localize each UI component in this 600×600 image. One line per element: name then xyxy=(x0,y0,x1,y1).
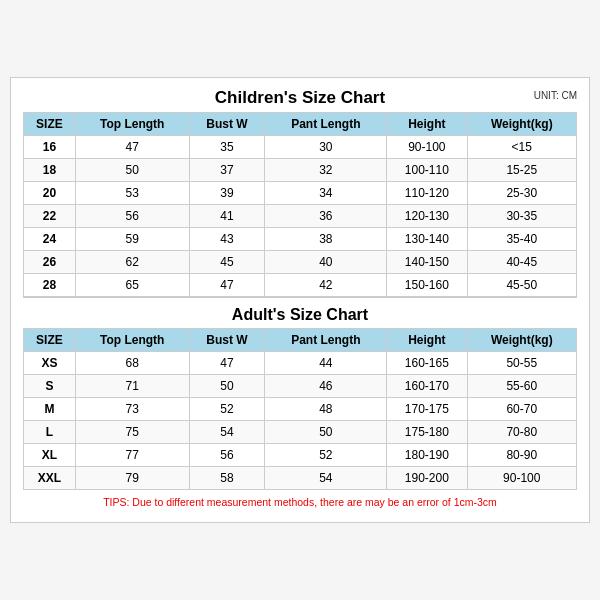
adult-cell-1-4: 160-170 xyxy=(387,375,467,398)
children-cell-6-0: 28 xyxy=(24,274,76,298)
children-cell-3-3: 36 xyxy=(265,205,387,228)
children-cell-3-0: 22 xyxy=(24,205,76,228)
adult-cell-3-3: 50 xyxy=(265,421,387,444)
adult-cell-4-2: 56 xyxy=(189,444,265,467)
children-cell-3-1: 56 xyxy=(75,205,189,228)
children-cell-0-1: 47 xyxy=(75,136,189,159)
children-cell-1-2: 37 xyxy=(189,159,265,182)
children-table-body: 1647353090-100<1518503732100-11015-25205… xyxy=(24,136,577,298)
children-col-header-1: Top Length xyxy=(75,113,189,136)
adult-table-row: M735248170-17560-70 xyxy=(24,398,577,421)
adult-chart-title: Adult's Size Chart xyxy=(24,297,577,329)
children-cell-5-1: 62 xyxy=(75,251,189,274)
children-cell-6-4: 150-160 xyxy=(387,274,467,298)
children-cell-4-5: 35-40 xyxy=(467,228,576,251)
children-cell-6-1: 65 xyxy=(75,274,189,298)
adult-cell-1-2: 50 xyxy=(189,375,265,398)
adult-col-header-0: SIZE xyxy=(24,329,76,352)
tips-row: TIPS: Due to different measurement metho… xyxy=(24,490,577,513)
adult-cell-4-4: 180-190 xyxy=(387,444,467,467)
adult-cell-5-0: XXL xyxy=(24,467,76,490)
adult-cell-2-1: 73 xyxy=(75,398,189,421)
children-cell-1-3: 32 xyxy=(265,159,387,182)
children-col-header-2: Bust W xyxy=(189,113,265,136)
adult-cell-4-5: 80-90 xyxy=(467,444,576,467)
adult-cell-0-2: 47 xyxy=(189,352,265,375)
adult-cell-3-1: 75 xyxy=(75,421,189,444)
adult-col-header-4: Height xyxy=(387,329,467,352)
chart-container: Children's Size Chart UNIT: CM SIZETop L… xyxy=(10,77,590,523)
children-header-row: SIZETop LengthBust WPant LengthHeightWei… xyxy=(24,113,577,136)
children-cell-1-4: 100-110 xyxy=(387,159,467,182)
children-cell-4-1: 59 xyxy=(75,228,189,251)
children-cell-0-2: 35 xyxy=(189,136,265,159)
adult-col-header-2: Bust W xyxy=(189,329,265,352)
adult-cell-2-3: 48 xyxy=(265,398,387,421)
adult-table-row: L755450175-18070-80 xyxy=(24,421,577,444)
adult-cell-0-4: 160-165 xyxy=(387,352,467,375)
adult-cell-4-0: XL xyxy=(24,444,76,467)
children-cell-2-0: 20 xyxy=(24,182,76,205)
unit-label: UNIT: CM xyxy=(534,90,577,101)
children-table-row: 24594338130-14035-40 xyxy=(24,228,577,251)
children-cell-6-2: 47 xyxy=(189,274,265,298)
adult-table-row: XL775652180-19080-90 xyxy=(24,444,577,467)
title-row: Children's Size Chart UNIT: CM xyxy=(23,88,577,108)
adult-cell-1-0: S xyxy=(24,375,76,398)
adult-table-row: XXL795854190-20090-100 xyxy=(24,467,577,490)
children-cell-2-1: 53 xyxy=(75,182,189,205)
adult-col-header-1: Top Length xyxy=(75,329,189,352)
adult-cell-2-4: 170-175 xyxy=(387,398,467,421)
children-cell-3-4: 120-130 xyxy=(387,205,467,228)
children-size-table: SIZETop LengthBust WPant LengthHeightWei… xyxy=(23,112,577,512)
adult-cell-5-4: 190-200 xyxy=(387,467,467,490)
children-cell-2-3: 34 xyxy=(265,182,387,205)
children-cell-5-3: 40 xyxy=(265,251,387,274)
adult-table-row: S715046160-17055-60 xyxy=(24,375,577,398)
adult-title-row: Adult's Size Chart xyxy=(24,297,577,329)
adult-cell-3-4: 175-180 xyxy=(387,421,467,444)
adult-cell-2-2: 52 xyxy=(189,398,265,421)
adult-cell-0-3: 44 xyxy=(265,352,387,375)
adult-section: Adult's Size Chart xyxy=(24,297,577,329)
children-cell-2-5: 25-30 xyxy=(467,182,576,205)
children-cell-0-3: 30 xyxy=(265,136,387,159)
adult-cell-5-1: 79 xyxy=(75,467,189,490)
children-cell-5-0: 26 xyxy=(24,251,76,274)
children-cell-6-3: 42 xyxy=(265,274,387,298)
children-table-row: 22564136120-13030-35 xyxy=(24,205,577,228)
children-cell-4-3: 38 xyxy=(265,228,387,251)
children-cell-1-0: 18 xyxy=(24,159,76,182)
children-cell-3-5: 30-35 xyxy=(467,205,576,228)
children-cell-4-4: 130-140 xyxy=(387,228,467,251)
adult-col-header-3: Pant Length xyxy=(265,329,387,352)
children-chart-title: Children's Size Chart xyxy=(215,88,385,108)
adult-cell-3-5: 70-80 xyxy=(467,421,576,444)
adult-cell-3-2: 54 xyxy=(189,421,265,444)
adult-cell-1-3: 46 xyxy=(265,375,387,398)
tips-section: TIPS: Due to different measurement metho… xyxy=(24,490,577,513)
adult-header-row: SIZETop LengthBust WPant LengthHeightWei… xyxy=(24,329,577,352)
children-cell-0-5: <15 xyxy=(467,136,576,159)
children-cell-1-1: 50 xyxy=(75,159,189,182)
children-cell-5-5: 40-45 xyxy=(467,251,576,274)
children-table-row: 18503732100-11015-25 xyxy=(24,159,577,182)
adult-cell-5-5: 90-100 xyxy=(467,467,576,490)
children-col-header-5: Weight(kg) xyxy=(467,113,576,136)
children-cell-4-0: 24 xyxy=(24,228,76,251)
tips-text: TIPS: Due to different measurement metho… xyxy=(24,490,577,513)
children-cell-5-4: 140-150 xyxy=(387,251,467,274)
children-table-row: 26624540140-15040-45 xyxy=(24,251,577,274)
adult-cell-1-1: 71 xyxy=(75,375,189,398)
children-cell-1-5: 15-25 xyxy=(467,159,576,182)
children-col-header-0: SIZE xyxy=(24,113,76,136)
children-cell-4-2: 43 xyxy=(189,228,265,251)
adult-cell-0-5: 50-55 xyxy=(467,352,576,375)
children-col-header-3: Pant Length xyxy=(265,113,387,136)
adult-col-header-5: Weight(kg) xyxy=(467,329,576,352)
children-col-header-4: Height xyxy=(387,113,467,136)
adult-cell-5-3: 54 xyxy=(265,467,387,490)
children-cell-6-5: 45-50 xyxy=(467,274,576,298)
children-table-header: SIZETop LengthBust WPant LengthHeightWei… xyxy=(24,113,577,136)
adult-cell-0-1: 68 xyxy=(75,352,189,375)
